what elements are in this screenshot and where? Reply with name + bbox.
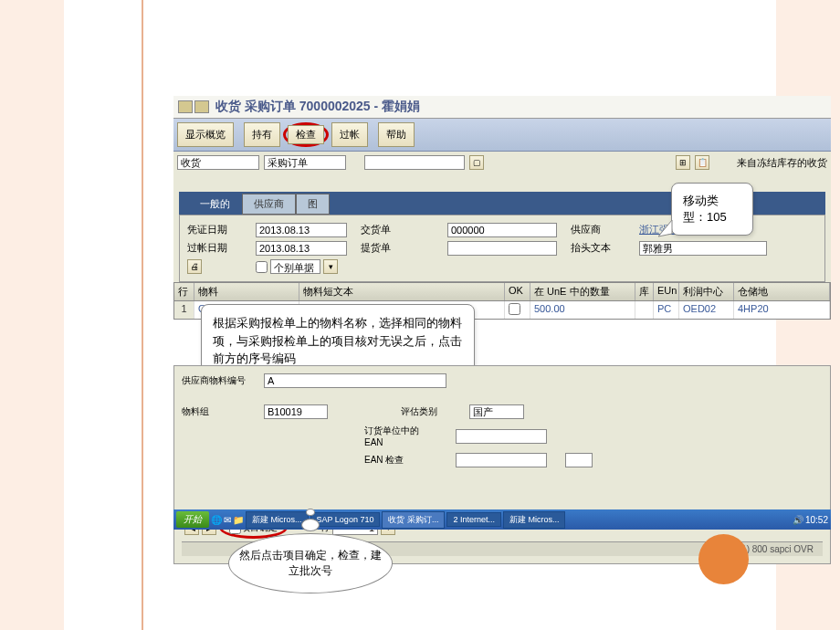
header-text-input[interactable] (639, 241, 767, 256)
quicklaunch-icon[interactable]: 🌐 (211, 515, 222, 525)
col-eun: EUn (654, 283, 679, 300)
start-button[interactable]: 开始 (176, 511, 209, 528)
delivery-note-input[interactable] (447, 223, 557, 237)
callout2-text: 根据采购报检单上的物料名称，选择相同的物料项，与采购报检单上的项目核对无误之后，… (213, 314, 463, 368)
check-button[interactable]: 检查 (288, 125, 324, 144)
vendor-label: 供应商 (571, 223, 625, 237)
bill-lading-input[interactable] (447, 241, 557, 256)
check-highlight: 检查 (283, 122, 329, 147)
post-button[interactable]: 过帐 (331, 122, 368, 147)
cell-line[interactable]: 1 (174, 301, 194, 319)
cloud-text: 然后点击项目确定，检查，建立批次号 (228, 533, 393, 593)
bill-lading-label: 提货单 (361, 241, 434, 256)
svg-marker-0 (658, 220, 672, 236)
delivery-note-label: 交货单 (361, 223, 434, 237)
slip-help-button[interactable]: ▾ (323, 259, 338, 274)
col-ok: OK (505, 283, 530, 300)
taskbar-item[interactable]: 2 Internet... (446, 512, 501, 527)
val-class-input[interactable] (469, 404, 524, 419)
cell-profit: OED02 (679, 301, 734, 319)
doc-date-input[interactable] (256, 223, 347, 237)
app-icon2 (194, 100, 209, 113)
mat-group-input[interactable] (264, 404, 328, 419)
frozen-stock-label: 来自冻结库存的收货 (737, 156, 827, 170)
ean-unit-input[interactable] (456, 429, 547, 444)
po-number-input[interactable] (364, 155, 465, 170)
clock: 10:52 (805, 515, 828, 525)
document-type-row: ▢ ⊞ 📋 来自冻结库存的收货 (173, 152, 831, 173)
icon-button-1[interactable]: ⊞ (676, 155, 690, 170)
ean-check-input2[interactable] (565, 453, 593, 467)
hold-button[interactable]: 持有 (244, 122, 280, 147)
mat-group-label: 物料组 (182, 405, 246, 418)
header-text-label: 抬头文本 (571, 241, 625, 256)
col-qty: 在 UnE 中的数量 (530, 283, 635, 300)
col-material-text: 物料短文本 (299, 283, 505, 300)
show-overview-button[interactable]: 显示概览 (177, 122, 234, 147)
callout-movement-type: 移动类型：105 (671, 183, 753, 236)
print-icon[interactable]: 🖨 (187, 259, 202, 274)
posting-date-label: 过帐日期 (187, 241, 242, 256)
vendor-mat-input[interactable] (264, 373, 446, 388)
search-help-button[interactable]: ▢ (469, 155, 484, 170)
cloud-callout: 然后点击项目确定，检查，建立批次号 (228, 507, 393, 593)
col-profit: 利润中心 (679, 283, 734, 300)
icon-button-2[interactable]: 📋 (695, 155, 709, 170)
callout1-text: 移动类型：105 (683, 193, 741, 226)
doc-date-label: 凭证日期 (187, 223, 242, 237)
grid-header: 行 物料 物料短文本 OK 在 UnE 中的数量 库 EUn 利润中心 仓储地 (173, 282, 831, 301)
vendor-mat-label: 供应商物料编号 (182, 374, 246, 387)
taskbar-item[interactable]: 新建 Micros... (503, 511, 566, 529)
po-dropdown[interactable] (264, 155, 346, 170)
ean-check-label: EAN 检查 (364, 454, 437, 467)
tab-ext[interactable]: 图 (296, 194, 330, 215)
col-material: 物料 (194, 283, 299, 300)
col-storage: 仓储地 (734, 283, 830, 300)
app-icon (178, 100, 193, 113)
tray-icon[interactable]: 🔊 (793, 515, 803, 525)
window-title: 收货 采购订单 7000002025 - 霍娟娟 (215, 99, 420, 115)
cell-eun: PC (654, 301, 679, 319)
individual-slip-checkbox[interactable] (256, 261, 268, 273)
tab-general[interactable]: 一般的 (188, 194, 242, 215)
title-bar: 收货 采购订单 7000002025 - 霍娟娟 (173, 96, 831, 119)
help-button[interactable]: 帮助 (378, 122, 415, 147)
tab-vendor[interactable]: 供应商 (242, 194, 296, 215)
toolbar: 显示概览 持有 检查 过帐 帮助 (173, 119, 831, 152)
col-line: 行 (174, 283, 194, 300)
cell-qty: 500.00 (530, 301, 635, 319)
posting-date-input[interactable] (256, 241, 347, 256)
goods-receipt-dropdown[interactable] (177, 155, 259, 170)
ean-unit-label: 订货单位中的 EAN (364, 425, 437, 447)
individual-slip-label: 个别单据 (270, 259, 320, 274)
cell-warehouse (635, 301, 654, 319)
col-warehouse: 库 (635, 283, 654, 300)
cell-ok-checkbox[interactable] (509, 303, 520, 315)
val-class-label: 评估类别 (401, 405, 451, 418)
cell-storage: 4HP20 (734, 301, 830, 319)
page-indicator (698, 534, 749, 584)
ean-check-input[interactable] (456, 453, 547, 467)
